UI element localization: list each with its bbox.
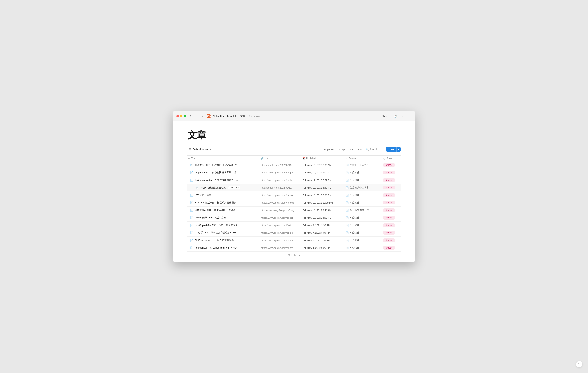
star-button[interactable]: ☆	[401, 114, 405, 119]
state-badge[interactable]: Unread	[383, 201, 394, 204]
state-cell: Unread	[382, 199, 400, 207]
share-button[interactable]: Share	[380, 114, 390, 118]
view-icon: ⊞	[189, 148, 191, 151]
row-published: February 4, 2022 9:26 PM	[303, 247, 330, 249]
state-badge[interactable]: Unread	[383, 163, 394, 167]
table-row[interactable]: 📄Perfmonbar – 在 Windows 任务栏显示系https://ww…	[188, 244, 400, 252]
sort-button[interactable]: Sort	[356, 147, 363, 152]
source-cell[interactable]: 📄彭宏豪的个人博客	[344, 184, 382, 192]
link-cell[interactable]: https://www.appinn.com/deepl-	[259, 214, 301, 222]
state-badge[interactable]: Unread	[383, 186, 394, 190]
state-badge[interactable]: Unread	[383, 193, 394, 197]
view-selector[interactable]: ⊞ Default view ▾	[188, 147, 212, 152]
link-cell[interactable]: http://www.ruanyifeng.com/blog	[259, 207, 301, 214]
drag-handle[interactable]: ⠿	[191, 186, 194, 189]
published-cell: February 11, 2022 6:57 PM	[301, 184, 344, 192]
table-row[interactable]: 📄图片管理+截图+图片编辑+图片格式转换http://penghh.fun/20…	[188, 161, 400, 169]
source-cell[interactable]: 📄阮一峰的网络日志	[344, 207, 382, 214]
source-cell[interactable]: 📄小众软件	[344, 199, 382, 207]
source-cell[interactable]: 📄小众软件	[344, 222, 382, 229]
state-cell: Unread	[382, 214, 400, 222]
open-badge[interactable]: ↗ OPEN	[228, 186, 240, 190]
table-row[interactable]: 📄PT 助手 Plus – 同时搜索和管理多个 PThttps://www.ap…	[188, 229, 400, 237]
state-cell: Unread	[382, 192, 400, 199]
state-badge[interactable]: Unread	[383, 223, 394, 227]
link-cell[interactable]: https://www.appinn.com/online	[259, 176, 301, 184]
row-published: February 11, 2022 12:08 PM	[303, 201, 333, 204]
table-row[interactable]: 📄FastCopy 4.0.5 发布：免费、高速的大量https://www.a…	[188, 222, 400, 229]
table-row[interactable]: 📄DeepL 翻译 Android 版本发布https://www.appinn…	[188, 214, 400, 222]
table-row[interactable]: 📄B23Downloader – 开源 B 站下载视频、https://www.…	[188, 237, 400, 244]
group-button[interactable]: Group	[337, 147, 346, 152]
minimize-button[interactable]	[180, 115, 182, 117]
source-cell[interactable]: 📄小众软件	[344, 192, 382, 199]
state-col-label: State	[387, 157, 392, 160]
table-row[interactable]: 📄Amphetamine – 自动化防睡眠工具：指https://www.app…	[188, 169, 400, 176]
source-cell[interactable]: 📄小众软件	[344, 229, 382, 237]
toolbar-more-button[interactable]: ···	[380, 147, 386, 152]
back-button[interactable]: ←	[194, 114, 199, 118]
link-cell[interactable]: https://www.appinn.com/mcdor	[259, 192, 301, 199]
history-button[interactable]: 🕐	[393, 114, 398, 119]
source-cell[interactable]: 📄彭宏豪的个人博客	[344, 161, 382, 169]
maximize-button[interactable]	[184, 115, 186, 117]
add-row-button[interactable]: +	[188, 186, 190, 189]
row-source: 阮一峰的网络日志	[350, 209, 369, 212]
link-cell[interactable]: https://www.appinn.com/b23dc	[259, 237, 301, 244]
link-cell[interactable]: https://www.appinn.com/fences	[259, 199, 301, 207]
row-link: http://penghh.fun/2022/02/13/	[261, 164, 292, 166]
properties-button[interactable]: Properties	[322, 147, 336, 152]
state-badge[interactable]: Unread	[383, 208, 394, 212]
data-table: Aa Title 🔗 Link 📅 Published	[188, 155, 400, 252]
link-cell[interactable]: https://www.appinn.com/pt-plu	[259, 229, 301, 237]
link-cell[interactable]: https://www.appinn.com/perfm	[259, 244, 301, 252]
breadcrumb-app[interactable]: NotionFeed Template	[213, 115, 237, 118]
source-cell[interactable]: 📄小众软件	[344, 169, 382, 176]
calculate-label: Calculate	[288, 254, 298, 256]
table-row[interactable]: 📄科技爱好者周刊（第 194 期）：悲观者http://www.ruanyife…	[188, 207, 400, 214]
table-row[interactable]: 📄Online converter – 免费在线格式转换工…https://ww…	[188, 176, 400, 184]
menu-icon[interactable]: ≡	[190, 115, 191, 118]
source-cell[interactable]: 📄小众软件	[344, 176, 382, 184]
link-cell[interactable]: https://www.appinn.com/amphe	[259, 169, 301, 176]
new-button[interactable]: New ▾	[386, 147, 400, 152]
source-doc-icon: 📄	[346, 232, 349, 234]
forward-button[interactable]: →	[200, 114, 204, 118]
row-link: https://www.appinn.com/perfm	[261, 247, 293, 249]
state-badge[interactable]: Unread	[383, 246, 394, 250]
col-header-published: 📅 Published	[301, 156, 344, 161]
link-cell[interactable]: https://www.appinn.com/fastco	[259, 222, 301, 229]
state-badge[interactable]: Unread	[383, 216, 394, 220]
row-title: 汉堡营养计算器	[195, 193, 211, 197]
state-badge[interactable]: Unread	[383, 231, 394, 235]
table-row[interactable]: +⠿📄下载B站视频的方法汇总↗ OPENhttp://penghh.fun/20…	[188, 184, 400, 192]
help-button[interactable]: ?	[576, 361, 582, 367]
rss-icon-label: RSS	[207, 115, 211, 117]
source-cell[interactable]: 📄小众软件	[344, 214, 382, 222]
col-header-source: ↗ Source	[344, 156, 382, 161]
new-button-arrow[interactable]: ▾	[396, 147, 400, 152]
saving-text: Saving...	[253, 115, 262, 118]
source-cell[interactable]: 📄小众软件	[344, 244, 382, 252]
row-published: February 7, 2022 3:39 PM	[303, 232, 330, 234]
state-badge[interactable]: Unread	[383, 178, 394, 182]
more-button[interactable]: ···	[408, 114, 412, 119]
row-title: FastCopy 4.0.5 发布：免费、高速的大量	[195, 223, 238, 227]
search-button[interactable]: 🔍 Search	[364, 147, 379, 152]
title-cell: 📄科技爱好者周刊（第 194 期）：悲观者	[188, 207, 259, 214]
doc-icon: 📄	[190, 194, 193, 197]
close-button[interactable]	[176, 115, 179, 117]
link-cell[interactable]: http://penghh.fun/2022/02/13/	[259, 161, 301, 169]
table-row[interactable]: 📄Fences 4 新版来袭，栅栏式桌面整理快…https://www.appi…	[188, 199, 400, 207]
table-row[interactable]: 📄汉堡营养计算器https://www.appinn.com/mcdorFebr…	[188, 192, 400, 199]
source-cell[interactable]: 📄小众软件	[344, 237, 382, 244]
state-badge[interactable]: Unread	[383, 171, 394, 174]
page-content: 文章 ⊞ Default view ▾ Properties Group Fil…	[173, 121, 415, 262]
calculate-button[interactable]: Calculate ▾	[288, 254, 300, 256]
source-doc-icon: 📄	[346, 224, 349, 227]
link-cell[interactable]: http://penghh.fun/2022/02/11/	[259, 184, 301, 192]
row-published: February 6, 2022 2:39 PM	[303, 239, 330, 242]
row-published: February 11, 2022 8:41 AM	[303, 209, 332, 212]
state-badge[interactable]: Unread	[383, 238, 394, 242]
filter-button[interactable]: Filter	[347, 147, 355, 152]
